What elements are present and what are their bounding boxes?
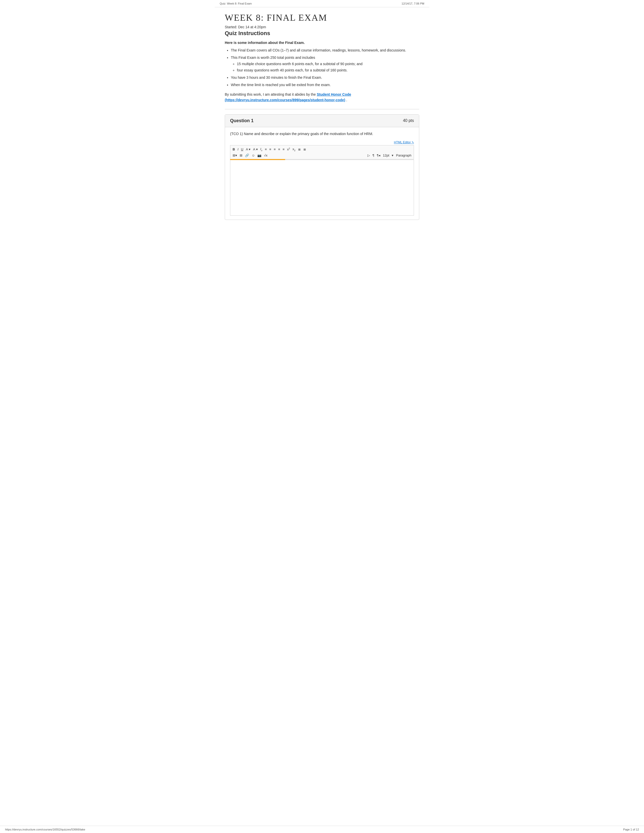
toolbar-ordered-list[interactable]: ≣	[303, 147, 307, 151]
toolbar-justify[interactable]: ≡	[277, 147, 281, 151]
toolbar-align-left[interactable]: ≡	[264, 147, 268, 151]
main-content: WEEK 8: FINAL EXAM Started: Dec 14 at 4:…	[215, 7, 429, 240]
editor-toolbar: B I U A ▾ A ▾ Ix ≡ ≡ ≡ ≡ ≡ x2 x2 ≣ ≣	[230, 145, 414, 159]
toolbar-unordered-list[interactable]: ≣	[297, 147, 301, 151]
toolbar-bold[interactable]: B	[232, 147, 236, 151]
toolbar-play[interactable]: ▷	[367, 153, 371, 158]
header-timestamp: 12/14/17, 7:06 PM	[402, 2, 424, 5]
question-body: (TCO 1) Name and describe or explain the…	[225, 127, 419, 220]
html-editor-icon: ✎	[412, 141, 414, 144]
toolbar-font-color[interactable]: A ▾	[245, 147, 251, 151]
toolbar-sqrt[interactable]: √x	[263, 153, 268, 158]
toolbar-italic[interactable]: I	[237, 147, 239, 151]
bullet-item-2: This Final Exam is worth 250 total point…	[231, 55, 419, 73]
header-title: Quiz: Week 8: Final Exam	[220, 2, 252, 5]
toolbar-italic-x[interactable]: Ix	[259, 147, 263, 152]
toolbar-row1: B I U A ▾ A ▾ Ix ≡ ≡ ≡ ≡ ≡ x2 x2 ≣ ≣	[232, 146, 412, 153]
question-text: (TCO 1) Name and describe or explain the…	[230, 131, 414, 137]
toolbar-subscript[interactable]: x2	[292, 147, 296, 152]
toolbar-image[interactable]: 📷	[257, 153, 262, 158]
toolbar-bg-color[interactable]: A ▾	[252, 147, 259, 151]
bullet-item-4: When the time limit is reached you will …	[231, 82, 419, 88]
toolbar-paragraph[interactable]: Paragraph	[395, 153, 412, 158]
started-text: Started: Dec 14 at 4:20pm	[225, 25, 419, 29]
toolbar-font-size[interactable]: 12pt	[382, 153, 390, 158]
toolbar-link[interactable]: 🔗	[244, 153, 250, 158]
editor-area[interactable]	[230, 160, 414, 215]
sub-bullet-1: 15 multiple choice questions worth 6 poi…	[237, 61, 419, 67]
toolbar-table[interactable]: ⊞▾	[232, 153, 238, 158]
divider	[225, 109, 419, 109]
question-title: Question 1	[230, 118, 254, 124]
toolbar-underline[interactable]: U	[240, 147, 244, 151]
toolbar-row2: ⊞▾ ⊞ 🔗 ☺ 📷 √x ▷ ¶ ¶◂ 12pt ▾ Paragraph	[232, 153, 412, 158]
honor-code-after: .	[345, 98, 347, 102]
toolbar-pilcrow2[interactable]: ¶◂	[376, 153, 381, 158]
question-header: Question 1 40 pts	[225, 114, 419, 127]
honor-code-para: By submitting this work, I am attesting …	[225, 92, 419, 103]
sub-bullet-list: 15 multiple choice questions worth 6 poi…	[237, 61, 419, 73]
toolbar-outdent[interactable]: ≡	[282, 147, 285, 151]
toolbar-superscript[interactable]: x2	[287, 147, 291, 151]
page-title: WEEK 8: FINAL EXAM	[225, 12, 419, 23]
toolbar-embed[interactable]: ⊞	[239, 153, 243, 158]
question-points: 40 pts	[403, 118, 414, 123]
question-box: Question 1 40 pts (TCO 1) Name and descr…	[225, 114, 419, 220]
toolbar-pilcrow[interactable]: ¶	[372, 153, 375, 158]
html-editor-link[interactable]: HTML Editor ✎	[230, 141, 414, 144]
toolbar-align-right[interactable]: ≡	[273, 147, 277, 151]
toolbar-paragraph-dropdown[interactable]: ▾	[391, 153, 394, 158]
page-header: Quiz: Week 8: Final Exam 12/14/17, 7:06 …	[215, 0, 429, 7]
sub-bullet-2: four essay questions worth 40 points eac…	[237, 68, 419, 73]
quiz-instructions-heading: Quiz Instructions	[225, 30, 419, 37]
honor-code-before: By submitting this work, I am attesting …	[225, 92, 317, 96]
bullet-item-1: The Final Exam covers all COs (1–7) and …	[231, 48, 419, 53]
bullet-list-main: The Final Exam covers all COs (1–7) and …	[231, 48, 419, 88]
toolbar-emoticon[interactable]: ☺	[251, 153, 256, 158]
toolbar-align-center[interactable]: ≡	[269, 147, 272, 151]
info-heading: Here is some information about the Final…	[225, 41, 419, 45]
html-editor-label[interactable]: HTML Editor	[394, 141, 411, 144]
bullet-item-3: You have 3 hours and 30 minutes to finis…	[231, 75, 419, 80]
bullet-item-2-text: This Final Exam is worth 250 total point…	[231, 56, 315, 60]
